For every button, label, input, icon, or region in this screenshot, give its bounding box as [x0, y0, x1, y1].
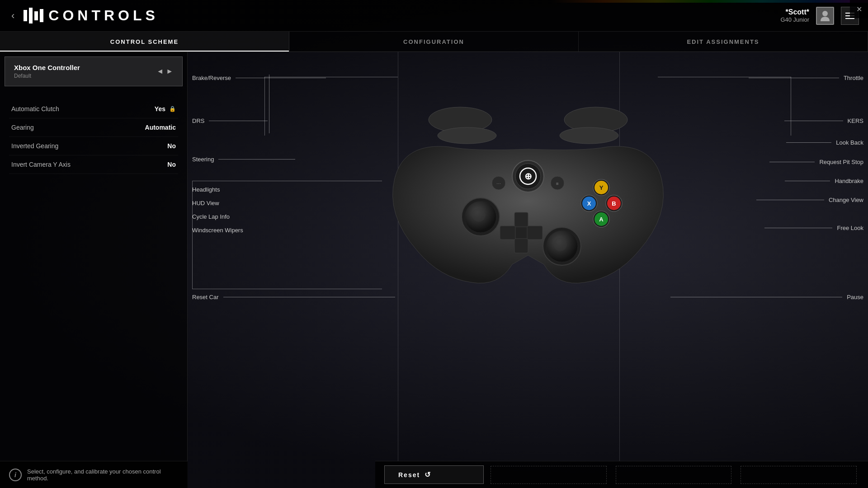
request-pit-line [769, 162, 815, 162]
mappings-container: Brake/Reverse DRS Steering Headlights HU… [188, 52, 868, 461]
setting-value-gearing: Automatic [145, 124, 176, 131]
main-content: Brake/Reverse DRS Steering Headlights HU… [188, 52, 868, 488]
tab-edit-assignments[interactable]: EDIT ASSIGNMENTS [579, 32, 868, 52]
mapping-brake-reverse: Brake/Reverse [192, 75, 326, 81]
reset-car-line [223, 297, 395, 297]
reset-button[interactable]: Reset ↺ [384, 465, 484, 484]
svg-text:⋯: ⋯ [496, 181, 501, 186]
mapping-kers: KERS [784, 117, 863, 124]
setting-label-gearing: Gearing [11, 124, 34, 131]
throttle-line [749, 78, 839, 78]
setting-gearing[interactable]: Gearing Automatic [9, 118, 178, 137]
svg-text:X: X [587, 200, 591, 207]
svg-rect-23 [514, 226, 528, 239]
svg-rect-27 [527, 226, 542, 239]
sidebar: Xbox One Controller Default ◄ ► Automati… [0, 52, 188, 488]
brake-line [236, 78, 326, 78]
dpad-bracket [192, 181, 382, 289]
mapping-request-pit: Request Pit Stop [769, 159, 863, 165]
setting-automatic-clutch: Automatic Clutch Yes 🔒 [9, 100, 178, 118]
scheme-info: Xbox One Controller Default [14, 64, 80, 79]
right-separator [619, 52, 620, 461]
svg-point-33 [582, 197, 596, 210]
svg-point-13 [492, 176, 505, 190]
svg-rect-25 [514, 239, 528, 253]
setting-label-automatic-clutch: Automatic Clutch [11, 105, 59, 113]
mapping-pause: Pause [670, 294, 863, 300]
bottom-placeholder-3 [741, 466, 857, 484]
kers-line [784, 121, 843, 121]
tab-control-scheme[interactable]: CONTROL SCHEME [0, 32, 289, 52]
mapping-reset-car: Reset Car [192, 294, 395, 300]
brake-vline [269, 75, 269, 133]
right-trigger-hline [658, 77, 791, 77]
avatar [816, 7, 834, 25]
svg-point-17 [462, 198, 500, 236]
steering-line [218, 159, 295, 160]
svg-text:A: A [599, 216, 604, 223]
bottom-placeholder-2 [616, 466, 732, 484]
svg-rect-24 [514, 212, 528, 227]
setting-inverted-gearing[interactable]: Inverted Gearing No [9, 137, 178, 155]
mapping-handbrake: Handbrake [785, 178, 863, 184]
svg-point-29 [593, 179, 609, 196]
mapping-hud-view: HUD View [192, 199, 219, 207]
svg-point-20 [543, 227, 581, 265]
scheme-default: Default [14, 73, 80, 79]
close-button[interactable]: ✕ [850, 0, 868, 18]
left-trigger-vline [264, 77, 265, 136]
svg-point-11 [520, 168, 536, 184]
mapping-throttle: Throttle [749, 75, 863, 81]
svg-text:≡: ≡ [556, 181, 559, 186]
right-trigger-vline [791, 77, 791, 136]
free-look-line [764, 228, 832, 228]
info-text: Select, configure, and calibrate your ch… [27, 468, 179, 482]
svg-point-6 [564, 107, 627, 132]
user-info: *Scott* G40 Junior [780, 8, 809, 23]
control-scheme-selector[interactable]: Xbox One Controller Default ◄ ► [5, 56, 183, 86]
settings-list: Automatic Clutch Yes 🔒 Gearing Automatic… [5, 95, 183, 178]
scheme-arrows: ◄ ► [156, 67, 173, 75]
username: *Scott* [780, 8, 809, 16]
header: ‹ CONTROLS *Scott* G40 Junior [0, 0, 868, 32]
reset-icon: ↺ [425, 470, 431, 479]
close-icon: ✕ [856, 5, 862, 14]
setting-label-inverted-gearing: Inverted Gearing [11, 142, 58, 150]
arrow-right-icon: ► [166, 67, 173, 75]
mapping-change-view: Change View [756, 197, 863, 203]
svg-point-15 [551, 176, 564, 190]
scheme-name: Xbox One Controller [14, 64, 80, 71]
svg-rect-0 [24, 10, 27, 21]
mapping-look-back: Look Back [786, 139, 863, 146]
logo-area: CONTROLS [24, 7, 159, 24]
pause-line [670, 297, 842, 297]
svg-point-4 [822, 11, 828, 16]
arrow-left-icon: ◄ [156, 67, 164, 75]
bottom-bar: Reset ↺ [375, 461, 868, 488]
svg-point-19 [472, 208, 486, 222]
reset-label: Reset [398, 471, 420, 479]
svg-text:Y: Y [599, 184, 603, 191]
left-separator [398, 52, 398, 461]
back-button[interactable]: ‹ [9, 8, 17, 24]
tabs-bar: CONTROL SCHEME CONFIGURATION EDIT ASSIGN… [0, 32, 868, 52]
svg-point-5 [429, 107, 492, 132]
svg-point-22 [553, 238, 567, 251]
tab-configuration[interactable]: CONFIGURATION [289, 32, 579, 52]
setting-invert-camera[interactable]: Invert Camera Y Axis No [9, 155, 178, 174]
change-view-line [756, 200, 824, 200]
controller-svg: ⊕ ⋯ ≡ [381, 88, 675, 305]
look-back-line [786, 142, 831, 143]
svg-rect-2 [34, 11, 38, 20]
top-line [188, 102, 868, 102]
svg-point-8 [560, 127, 618, 144]
info-bar: i Select, configure, and calibrate your … [0, 461, 188, 488]
lock-icon: 🔒 [169, 106, 176, 112]
svg-point-32 [581, 195, 597, 211]
logo-icon [24, 8, 44, 23]
header-right: *Scott* G40 Junior [780, 7, 859, 25]
header-left: ‹ CONTROLS [9, 7, 159, 24]
drs-line [209, 121, 268, 121]
svg-rect-26 [500, 226, 515, 239]
svg-text:B: B [612, 200, 616, 207]
